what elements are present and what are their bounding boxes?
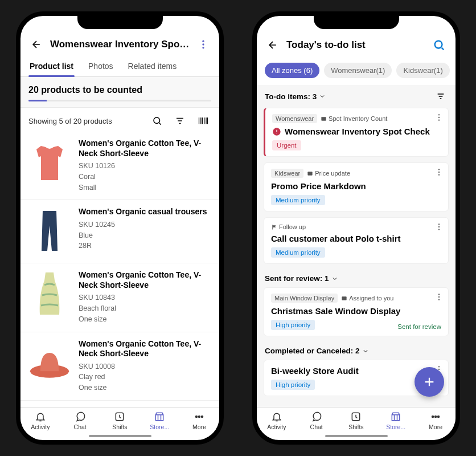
card-more-button[interactable] — [434, 292, 444, 304]
nav-shifts[interactable]: Shifts — [100, 408, 140, 433]
more-vertical-icon — [434, 168, 444, 177]
zone-chips: All zones (6) Womenswear(1) Kidswear(1) — [257, 58, 456, 85]
more-horizontal-icon — [194, 411, 205, 422]
svg-point-2 — [202, 47, 204, 48]
chip-kidswear[interactable]: Kidswear(1) — [396, 63, 449, 78]
card-title: Christmas Sale Window Display — [271, 306, 441, 316]
todo-content[interactable]: To-do items: 3 Womenswear Spot Inventory… — [257, 85, 456, 407]
svg-point-11 — [438, 117, 440, 118]
svg-point-21 — [438, 229, 440, 230]
svg-point-16 — [438, 172, 440, 173]
card-tags: Follow up — [271, 223, 441, 230]
card-zone-tag: Main Window Display — [271, 294, 338, 303]
nav-activity[interactable]: Activity — [257, 408, 297, 433]
showing-label: Showing 5 of 20 products — [28, 117, 112, 125]
back-button[interactable] — [28, 36, 44, 52]
card-zone-tag: Womenswear — [272, 114, 317, 123]
todo-card[interactable]: Womenswear Spot Inventory Count Womenswe… — [264, 108, 449, 157]
card-type-tag: Spot Inventory Count — [321, 115, 387, 122]
section-done-header[interactable]: Completed or Canceled: 2 — [257, 342, 456, 360]
bell-icon — [35, 411, 46, 422]
more-vertical-icon — [434, 222, 444, 231]
search-button[interactable] — [430, 36, 448, 54]
svg-rect-18 — [308, 172, 313, 175]
card-tags: Womenswear Spot Inventory Count — [272, 114, 441, 123]
nav-chat[interactable]: Chat — [297, 408, 337, 433]
arrow-left-icon — [31, 39, 42, 50]
card-title: Call customer about Polo t-shirt — [271, 234, 441, 243]
nav-more[interactable]: More — [179, 408, 219, 433]
product-row[interactable]: Women's Organic Cotton Tee, V-Neck Short… — [20, 132, 219, 200]
tab-photos[interactable]: Photos — [87, 57, 114, 76]
nav-store[interactable]: Store... — [376, 408, 416, 433]
card-more-button[interactable] — [434, 168, 444, 179]
product-color: Coral — [79, 172, 211, 182]
nav-label: Shifts — [112, 424, 127, 430]
store-icon — [154, 411, 165, 422]
tab-product-list[interactable]: Product list — [28, 57, 75, 76]
card-zone-tag: Kidswear — [271, 169, 303, 178]
product-row[interactable]: Women's Organic Cotton Tee, V-Neck Short… — [20, 332, 219, 401]
tab-related-items[interactable]: Related items — [127, 57, 178, 76]
card-priority: High priority — [271, 380, 315, 390]
product-name: Women's Organic casual trousers — [79, 207, 211, 217]
product-thumbnail — [28, 139, 71, 188]
toolbar-actions — [150, 113, 211, 128]
product-row[interactable]: Women's Organic casual trousers — [20, 401, 219, 407]
nav-shifts[interactable]: Shifts — [337, 408, 376, 433]
nav-store[interactable]: Store... — [139, 408, 179, 433]
todo-card[interactable]: Kidswear Price update Promo Price Markdo… — [264, 162, 449, 211]
product-info: Women's Organic Cotton Tee, V-Neck Short… — [79, 339, 211, 393]
card-more-button[interactable] — [434, 222, 444, 234]
notch — [314, 15, 399, 29]
back-button[interactable] — [265, 37, 281, 53]
clock-icon — [114, 411, 125, 422]
product-name: Women's Organic Cotton Tee, V-Neck Short… — [79, 270, 211, 290]
product-list[interactable]: Women's Organic Cotton Tee, V-Neck Short… — [20, 132, 219, 407]
nav-activity[interactable]: Activity — [20, 408, 60, 433]
nav-label: More — [429, 424, 442, 430]
more-button[interactable] — [195, 36, 211, 52]
filter-button[interactable] — [173, 113, 187, 128]
product-sku: SKU 10126 — [79, 161, 211, 172]
chip-all-zones[interactable]: All zones (6) — [265, 63, 319, 78]
chip-womenswear[interactable]: Womenswear(1) — [324, 63, 392, 78]
svg-point-20 — [438, 226, 440, 227]
product-thumbnail — [28, 270, 71, 319]
toolbar: Showing 5 of 20 products — [20, 108, 219, 132]
product-thumbnail — [28, 339, 71, 388]
filter-button[interactable] — [434, 89, 448, 103]
todo-card[interactable]: Main Window Display Assigned to you Chri… — [264, 287, 449, 336]
product-size: Small — [79, 182, 211, 193]
bottom-nav: ActivityChatShiftsStore...More — [257, 407, 456, 433]
bottom-nav: ActivityChatShiftsStore...More — [20, 407, 219, 433]
section-todo-header[interactable]: To-do items: 3 — [257, 85, 456, 108]
nav-label: Store... — [386, 424, 405, 430]
card-more-button[interactable] — [434, 113, 444, 124]
barcode-icon — [198, 116, 209, 126]
nav-more[interactable]: More — [416, 408, 456, 433]
page-title: Today's to-do list — [286, 39, 425, 51]
card-priority: Medium priority — [271, 195, 325, 205]
product-row[interactable]: Women's Organic Cotton Tee, V-Neck Short… — [20, 263, 219, 332]
search-button[interactable] — [150, 113, 165, 128]
section-review-header[interactable]: Sent for review: 1 — [257, 270, 456, 287]
more-vertical-icon — [434, 292, 444, 302]
svg-point-30 — [432, 416, 434, 418]
svg-rect-13 — [321, 117, 326, 120]
count-text: 20 products to be counted — [28, 85, 211, 95]
nav-label: Chat — [310, 424, 323, 430]
todo-card[interactable]: Follow up Call customer about Polo t-shi… — [264, 217, 449, 264]
product-info: Women's Organic casual trousers SKU 1024… — [79, 207, 211, 256]
barcode-button[interactable] — [195, 113, 211, 128]
svg-point-32 — [438, 416, 440, 418]
fab-add[interactable] — [415, 367, 444, 397]
nav-chat[interactable]: Chat — [60, 408, 100, 433]
card-title: Promo Price Markdown — [271, 181, 441, 191]
card-priority: Urgent — [272, 140, 301, 150]
chat-icon — [75, 411, 86, 422]
tabs: Product list Photos Related items — [20, 57, 219, 77]
product-row[interactable]: Women's Organic casual trousers SKU 1024… — [20, 200, 219, 263]
card-priority: Medium priority — [271, 247, 325, 258]
store-icon — [390, 411, 401, 422]
